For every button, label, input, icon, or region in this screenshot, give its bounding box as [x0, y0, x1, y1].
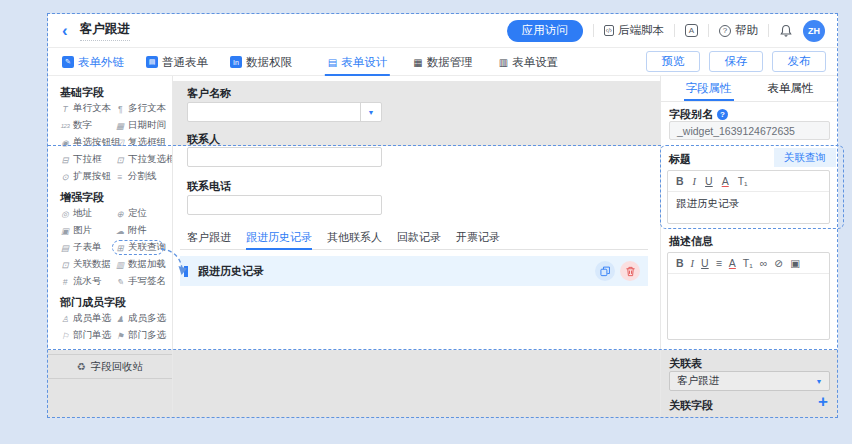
contact-phone-input[interactable]: [187, 195, 382, 215]
tab-customer-follow[interactable]: 客户跟进: [187, 226, 231, 249]
field-palette-sidebar: 基础字段 T单行文本 ¶多行文本 123数字 ▦日期时间 ◉单选按钮组 ☑复选框…: [48, 76, 173, 418]
sidebar-item-location[interactable]: ⊕定位: [115, 207, 172, 220]
dept-multi-icon: ⚑: [115, 331, 125, 341]
description-richtext-editor[interactable]: B I U ≡ A T₁ ∞ ⊘ ▣: [667, 252, 830, 340]
italic-icon[interactable]: I: [693, 176, 697, 187]
link-icon[interactable]: ∞: [760, 257, 768, 269]
align-icon[interactable]: ≡: [716, 257, 722, 269]
preview-button[interactable]: 预览: [646, 51, 700, 72]
sidebar-item-dept-multi[interactable]: ⚑部门多选: [115, 329, 172, 342]
app-center-icon[interactable]: A: [685, 24, 698, 37]
sidebar-item-datetime[interactable]: ▦日期时间: [115, 119, 172, 132]
sidebar-item-radio-group[interactable]: ◉单选按钮组: [60, 136, 115, 149]
tab-data-permission[interactable]: In 数据权限: [230, 55, 292, 70]
relation-table-dropdown[interactable]: 客户跟进 ▼: [669, 371, 830, 391]
sidebar-item-dept-single[interactable]: ⚐部门单选: [60, 329, 115, 342]
help-button[interactable]: ? 帮助: [719, 23, 758, 38]
question-icon: ?: [719, 25, 731, 37]
tab-normal-form[interactable]: ▤ 普通表单: [146, 55, 208, 70]
tab-follow-history[interactable]: 跟进历史记录: [246, 226, 312, 249]
add-relation-field-icon[interactable]: +: [818, 392, 828, 412]
member-multi-icon: ♟: [115, 314, 125, 324]
image-icon[interactable]: ▣: [790, 257, 800, 269]
field-recycle-bin-button[interactable]: ♻ 字段回收站: [48, 354, 172, 379]
publish-button[interactable]: 发布: [772, 51, 826, 72]
back-icon[interactable]: ‹: [62, 22, 68, 39]
unlink-icon[interactable]: ⊘: [774, 257, 783, 269]
select-icon: ⊟: [60, 155, 70, 165]
tab-other-contacts[interactable]: 其他联系人: [327, 226, 382, 249]
sidebar-item-single-line-text[interactable]: T单行文本: [60, 102, 115, 115]
tab-payment-records[interactable]: 回款记录: [397, 226, 441, 249]
tab-data-management[interactable]: ▦ 数据管理: [413, 48, 472, 76]
relation-table-value: 客户跟进: [670, 374, 809, 388]
relation-table-label: 关联表: [669, 356, 702, 371]
bold-icon[interactable]: B: [676, 175, 684, 187]
sidebar-item-multi-line-text[interactable]: ¶多行文本: [115, 102, 172, 115]
italic-icon[interactable]: I: [691, 258, 695, 269]
page-title[interactable]: 客户跟进: [80, 21, 130, 41]
sidebar-item-subform[interactable]: ▤子表单: [60, 241, 115, 254]
lookup-query-badge[interactable]: 关联查询: [774, 148, 836, 167]
sidebar-item-serial-number[interactable]: #流水号: [60, 275, 115, 288]
tab-label: 普通表单: [162, 55, 208, 70]
sidebar-item-lookup-query[interactable]: ⊞关联查询: [115, 241, 172, 254]
title-richtext-editor[interactable]: B I U A T₁ 跟进历史记录: [667, 170, 830, 224]
font-color-icon[interactable]: A: [729, 257, 736, 269]
section-title-enhanced-fields: 增强字段: [48, 189, 172, 205]
sidebar-item-select[interactable]: ⊟下拉框: [60, 153, 115, 166]
app-access-button[interactable]: 应用访问: [507, 20, 583, 42]
tab-field-properties[interactable]: 字段属性: [686, 76, 732, 101]
backend-script-label: 后端脚本: [618, 23, 664, 38]
sidebar-item-data-load[interactable]: ▥数据加载: [115, 258, 172, 271]
tab-form-external-link[interactable]: ✎ 表单外链: [62, 55, 124, 70]
field-label-customer-name: 客户名称: [187, 86, 231, 101]
field-label-contact: 联系人: [187, 132, 220, 147]
tab-invoice-records[interactable]: 开票记录: [456, 226, 500, 249]
alias-input[interactable]: _widget_1639124672635: [669, 121, 830, 140]
save-button[interactable]: 保存: [709, 51, 763, 72]
font-size-icon[interactable]: T₁: [738, 175, 748, 187]
sidebar-item-multi-select[interactable]: ⊡下拉复选框: [115, 153, 173, 166]
bold-icon[interactable]: B: [676, 257, 684, 269]
tab-form-settings[interactable]: ▥ 表单设置: [499, 48, 558, 76]
sidebar-item-number[interactable]: 123数字: [60, 119, 115, 132]
backend-script-button[interactable]: ‹/› 后端脚本: [604, 23, 664, 38]
sidebar-item-attachment[interactable]: ☁附件: [115, 224, 172, 237]
selected-field-row[interactable]: 跟进历史记录: [180, 256, 648, 286]
help-circle-icon[interactable]: ?: [717, 109, 728, 120]
font-size-icon[interactable]: T₁: [743, 257, 753, 269]
avatar[interactable]: ZH: [803, 20, 825, 42]
bell-icon[interactable]: [779, 24, 793, 38]
inspector-tab-bar: 字段属性 表单属性: [661, 76, 838, 102]
sidebar-item-address[interactable]: ◎地址: [60, 207, 115, 220]
delete-button[interactable]: [620, 261, 640, 281]
caret-down-icon: ▼: [809, 378, 829, 385]
sidebar-item-signature[interactable]: ✎手写签名: [115, 275, 172, 288]
description-richtext-toolbar: B I U ≡ A T₁ ∞ ⊘ ▣: [668, 253, 829, 274]
tab-form-design[interactable]: ▤ 表单设计: [328, 48, 387, 76]
sidebar-item-member-single[interactable]: ♙成员单选: [60, 312, 115, 325]
underline-icon[interactable]: U: [701, 257, 709, 269]
sidebar-item-checkbox-group[interactable]: ☑复选框组: [115, 136, 172, 149]
caret-down-icon[interactable]: ▼: [360, 103, 381, 121]
contact-input[interactable]: [187, 147, 382, 167]
customer-name-select[interactable]: ▼: [187, 102, 382, 122]
canvas-tab-bar: 客户跟进 跟进历史记录 其他联系人 回款记录 开票记录: [180, 226, 648, 250]
sidebar-item-extend-button[interactable]: ⊙扩展按钮: [60, 170, 115, 183]
font-color-icon[interactable]: A: [722, 175, 729, 187]
sidebar-item-image[interactable]: ▣图片: [60, 224, 115, 237]
form-settings-icon: ▥: [499, 57, 508, 68]
multi-line-text-icon: ¶: [115, 104, 125, 114]
copy-button[interactable]: [595, 261, 615, 281]
divider: [674, 24, 675, 37]
sidebar-item-relation-data[interactable]: ⊡关联数据: [60, 258, 115, 271]
serial-number-icon: #: [60, 277, 70, 287]
title-value[interactable]: 跟进历史记录: [668, 192, 829, 211]
tab-form-properties[interactable]: 表单属性: [768, 76, 814, 101]
underline-icon[interactable]: U: [705, 175, 713, 187]
title-richtext-toolbar: B I U A T₁: [668, 171, 829, 192]
sidebar-item-divider[interactable]: ≡分割线: [115, 170, 172, 183]
sidebar-item-member-multi[interactable]: ♟成员多选: [115, 312, 172, 325]
subform-icon: ▤: [60, 243, 70, 253]
